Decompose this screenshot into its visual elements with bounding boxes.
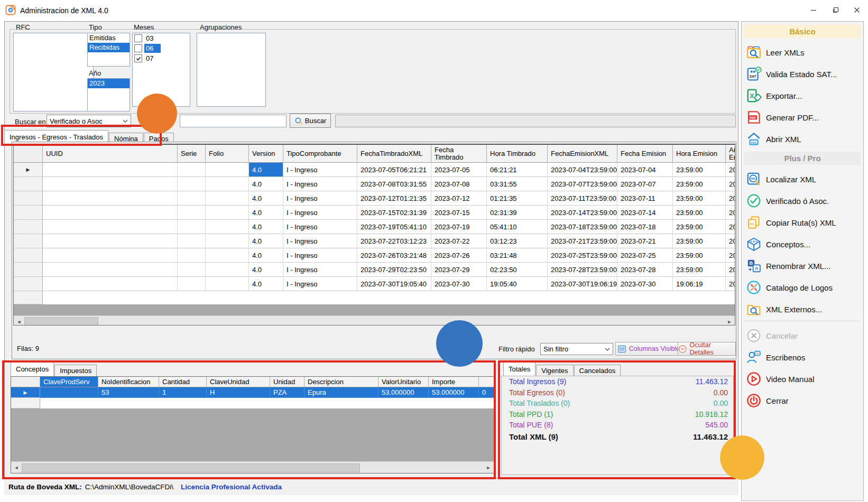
row-selector[interactable] (14, 263, 43, 277)
cell[interactable]: 2023-07-22 (431, 234, 487, 248)
cell[interactable]: 53.000000 (378, 387, 429, 398)
tab-conceptos[interactable]: Conceptos (11, 362, 54, 376)
cell[interactable] (178, 248, 206, 263)
cell[interactable]: 2023-07-05T06:21:21 (357, 163, 431, 177)
cell[interactable] (178, 263, 206, 277)
conceptos-column-header[interactable]: Unidad (270, 377, 304, 387)
cell[interactable]: 19:06:19 (673, 277, 726, 291)
rfc-listbox[interactable] (13, 33, 94, 111)
sidebar-item-catalogo-logos[interactable]: Catalogo de Logos (746, 277, 861, 298)
cell[interactable] (178, 177, 206, 191)
cell[interactable]: I - Ingreso (283, 248, 357, 263)
cell[interactable]: 2023-07-21T23:59:00 (548, 234, 617, 248)
meses-listbox[interactable]: 030607 (132, 33, 190, 107)
grid-column-header[interactable]: Hora Timbrado (487, 145, 548, 163)
cell[interactable]: 03:21:48 (487, 248, 548, 263)
cell[interactable]: 4.0 (249, 277, 283, 291)
search-input[interactable] (180, 115, 287, 127)
grid-column-header[interactable]: Añ En (726, 145, 735, 163)
cell[interactable] (206, 163, 249, 177)
sidebar-item-renombrar-xml[interactable]: BARenombrar XML... (746, 255, 861, 276)
cell[interactable] (178, 234, 206, 248)
row-selector[interactable] (14, 206, 43, 220)
cell[interactable]: I - Ingreso (283, 234, 357, 248)
cell[interactable] (206, 206, 249, 220)
table-row[interactable]: 4.0I - Ingreso2023-07-26T03:21:482023-07… (14, 248, 735, 263)
sidebar-item-exportar[interactable]: XExportar... (746, 85, 861, 106)
cell[interactable]: 2023-07-12 (431, 191, 487, 206)
cell[interactable]: 2023-07-04 (617, 163, 673, 177)
cell[interactable] (43, 234, 178, 248)
mes-option[interactable]: 06 (133, 43, 190, 53)
cell[interactable]: 05:41:10 (487, 220, 548, 234)
tab-cancelados[interactable]: Cancelados (574, 365, 621, 376)
cell[interactable] (206, 277, 249, 291)
grid-column-header[interactable]: Hora Emision (673, 145, 726, 163)
table-row[interactable]: ▶531HPZAEpura53.00000053.0000000 (11, 387, 494, 398)
row-selector[interactable] (14, 177, 43, 191)
cell[interactable]: 2023-07-30T19:06:19 (548, 277, 617, 291)
scroll-left-arrow[interactable]: ◄ (11, 462, 22, 473)
tipo-option[interactable]: Recibidas (88, 43, 130, 52)
minimize-button[interactable] (802, 0, 825, 20)
cell[interactable]: 23:59:00 (673, 220, 726, 234)
cell[interactable]: 2023-07-22T03:12:23 (357, 234, 431, 248)
cell[interactable]: H (207, 387, 270, 398)
row-selector[interactable] (14, 248, 43, 263)
cell[interactable]: 2023-07-15T02:31:39 (357, 206, 431, 220)
grid-column-header[interactable]: Fecha Emision (617, 145, 673, 163)
cell[interactable]: 2023-07-15 (431, 206, 487, 220)
cell[interactable]: 2023-07-12T01:21:35 (357, 191, 431, 206)
grid-column-header[interactable]: FechaEmisionXML (548, 145, 617, 163)
grid-column-header[interactable]: TipoComprobante (283, 145, 357, 163)
row-selector[interactable]: ▶ (11, 387, 40, 398)
cell[interactable]: 23:59:00 (673, 248, 726, 263)
cell[interactable] (206, 263, 249, 277)
table-row[interactable]: 4.0I - Ingreso2023-07-08T03:31:552023-07… (14, 177, 735, 191)
sidebar-item-localizar-xml[interactable]: XMLLocalizar XML (746, 169, 861, 190)
cell[interactable]: 4.0 (249, 234, 283, 248)
scroll-left-arrow[interactable]: ◄ (14, 316, 24, 326)
cell[interactable] (43, 220, 178, 234)
buscar-en-combobox[interactable]: Verificado o Asoc (47, 115, 131, 127)
mes-option[interactable]: 03 (133, 33, 190, 43)
cell[interactable]: 202 (726, 277, 735, 291)
cell[interactable]: 02:31:39 (487, 206, 548, 220)
cell[interactable]: 202 (726, 206, 735, 220)
conceptos-column-header[interactable]: Descripcion (304, 377, 378, 387)
cell[interactable]: I - Ingreso (283, 277, 357, 291)
cell[interactable] (43, 177, 178, 191)
cell[interactable]: 2023-07-11T23:59:00 (548, 191, 617, 206)
row-selector[interactable] (14, 291, 43, 304)
cell[interactable] (178, 277, 206, 291)
scroll-right-arrow[interactable]: ► (724, 316, 735, 326)
cell[interactable]: 01:21:35 (487, 191, 548, 206)
cell[interactable]: 202 (726, 191, 735, 206)
tab-totales[interactable]: Totales (503, 362, 535, 376)
columnas-visibles-button[interactable]: Columnas Visibles (615, 342, 685, 356)
cell[interactable]: 03:12:23 (487, 234, 548, 248)
cell[interactable]: 2023-07-29T02:23:50 (357, 263, 431, 277)
row-selector[interactable] (14, 220, 43, 234)
cell[interactable]: 53 (98, 387, 159, 398)
cell[interactable]: I - Ingreso (283, 163, 357, 177)
cell[interactable] (178, 191, 206, 206)
row-selector[interactable] (14, 277, 43, 291)
cell[interactable]: 2023-07-26 (431, 248, 487, 263)
table-row[interactable]: 4.0I - Ingreso2023-07-22T03:12:232023-07… (14, 234, 735, 248)
cell[interactable] (40, 387, 98, 398)
cell[interactable] (43, 163, 178, 177)
select-all-corner[interactable] (11, 377, 40, 387)
conceptos-column-header[interactable]: Cantidad (159, 377, 207, 387)
anio-listbox[interactable]: 2023 (87, 78, 130, 111)
tipo-listbox[interactable]: EmitidasRecibidas (87, 33, 130, 67)
grid-column-header[interactable]: Fecha Timbrado (431, 145, 487, 163)
mes-option[interactable]: 07 (133, 53, 190, 63)
cell[interactable]: PZA (270, 387, 304, 398)
cell[interactable] (206, 177, 249, 191)
grid-column-header[interactable]: Serie (178, 145, 206, 163)
table-row[interactable]: 4.0I - Ingreso2023-07-12T01:21:352023-07… (14, 191, 735, 206)
scrollbar-thumb[interactable] (22, 463, 360, 472)
cell[interactable]: 0 (479, 387, 494, 398)
cell[interactable]: 1 (159, 387, 207, 398)
